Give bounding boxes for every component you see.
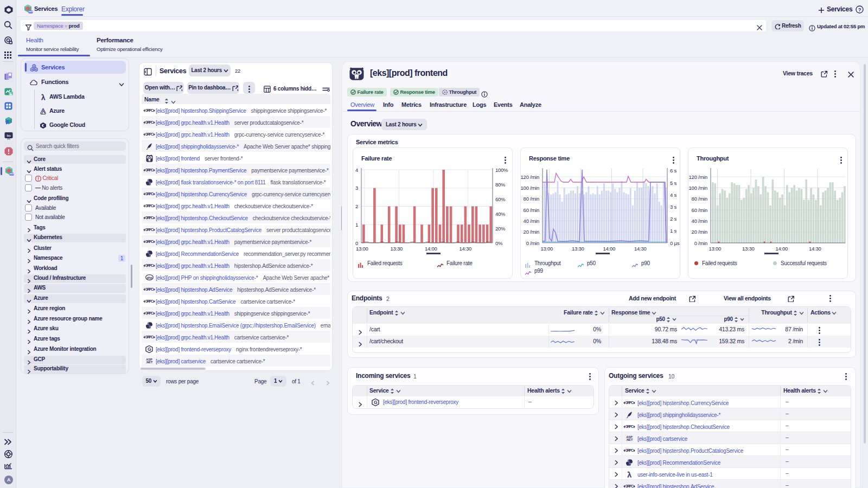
svg-text:λ: λ xyxy=(627,471,631,478)
svg-text:GRPC: GRPC xyxy=(626,448,634,452)
svg-text:GRPC: GRPC xyxy=(626,425,634,428)
svg-text:G: G xyxy=(374,400,378,405)
svg-text:GRPC: GRPC xyxy=(626,484,634,488)
svg-text:GRPC: GRPC xyxy=(626,401,634,404)
